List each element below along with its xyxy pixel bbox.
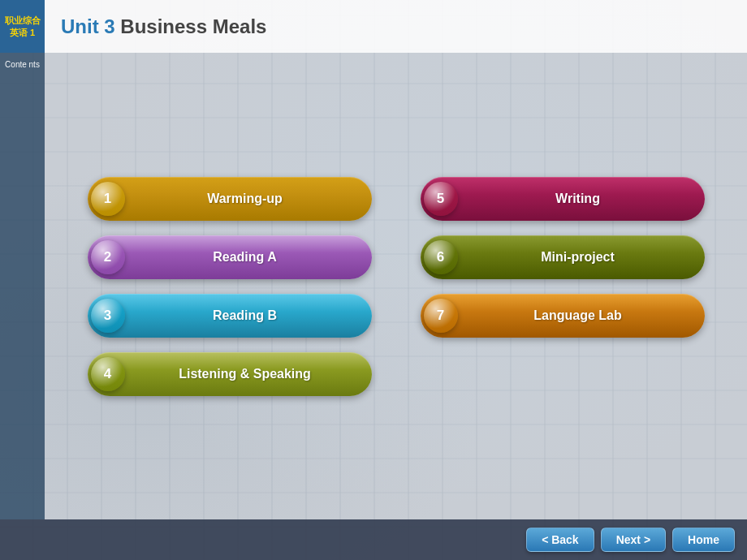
btn-number-5: 5 <box>424 182 458 216</box>
btn-label-1: Warming-up <box>125 192 365 206</box>
btn-number-4: 4 <box>91 357 125 391</box>
sidebar: Conte nts <box>0 53 45 519</box>
top-bar: 职业综合 英语 1 Unit 3 Business Meals <box>0 0 747 53</box>
btn-number-3: 3 <box>91 299 125 333</box>
btn-reading-b[interactable]: 3 Reading B <box>88 294 372 338</box>
title-unit: Unit 3 <box>61 15 115 37</box>
btn-label-5: Writing <box>458 192 698 206</box>
btn-reading-a[interactable]: 2 Reading A <box>88 235 372 279</box>
logo-box: 职业综合 英语 1 <box>0 0 45 53</box>
next-button[interactable]: Next > <box>601 528 666 552</box>
right-column: 5 Writing 6 Mini-project 7 Language Lab <box>421 177 705 396</box>
button-grid: 1 Warming-up 2 Reading A 3 Reading B 4 L… <box>88 177 705 396</box>
btn-number-7: 7 <box>424 299 458 333</box>
sidebar-label: Conte nts <box>5 59 40 70</box>
btn-mini-project[interactable]: 6 Mini-project <box>421 235 705 279</box>
btn-warming-up[interactable]: 1 Warming-up <box>88 177 372 221</box>
btn-listening-speaking[interactable]: 4 Listening & Speaking <box>88 352 372 396</box>
btn-number-1: 1 <box>91 182 125 216</box>
main-content: 1 Warming-up 2 Reading A 3 Reading B 4 L… <box>45 53 747 519</box>
logo-text: 职业综合 英语 1 <box>5 15 41 38</box>
btn-label-2: Reading A <box>125 250 365 265</box>
back-button[interactable]: < Back <box>526 528 594 552</box>
btn-number-6: 6 <box>424 240 458 274</box>
btn-writing[interactable]: 5 Writing <box>421 177 705 221</box>
btn-label-3: Reading B <box>125 308 365 323</box>
btn-language-lab[interactable]: 7 Language Lab <box>421 294 705 338</box>
btn-label-4: Listening & Speaking <box>125 367 365 381</box>
left-column: 1 Warming-up 2 Reading A 3 Reading B 4 L… <box>88 177 372 396</box>
page-title: Unit 3 Business Meals <box>45 15 266 38</box>
bottom-bar: < Back Next > Home <box>0 519 747 560</box>
btn-label-6: Mini-project <box>458 250 698 265</box>
title-subtitle: Business Meals <box>120 15 266 37</box>
btn-label-7: Language Lab <box>458 308 698 323</box>
btn-number-2: 2 <box>91 240 125 274</box>
home-button[interactable]: Home <box>672 528 735 552</box>
